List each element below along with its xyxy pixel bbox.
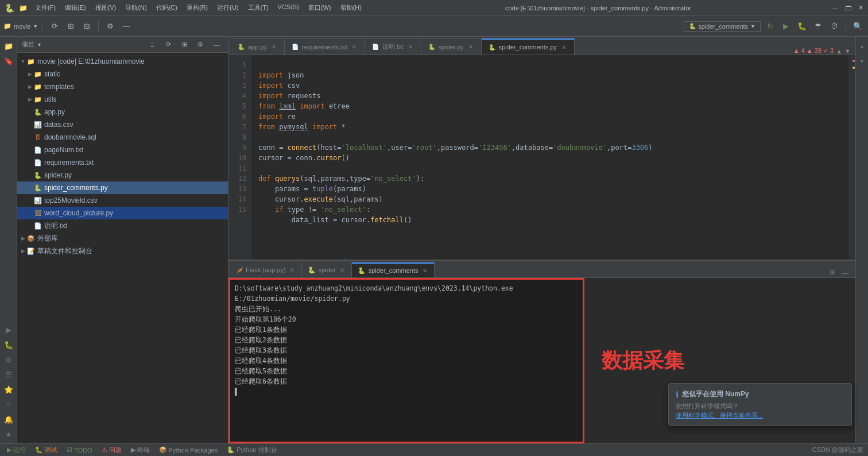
sync-files-icon[interactable]: ⟳ [161, 38, 175, 52]
tree-item-utils[interactable]: ▶ 📁 utils [17, 93, 228, 106]
maximize-button[interactable]: 🗖 [845, 5, 851, 11]
menu-window[interactable]: 窗口(W) [305, 2, 334, 13]
debug-button[interactable]: 🐛 [795, 20, 809, 33]
tab-readme-close[interactable]: ✕ [407, 43, 414, 51]
run-config-selector[interactable]: 🐍 spider_comments ▼ [684, 21, 761, 32]
window-controls: — 🗖 ✕ [832, 4, 863, 11]
project-selector[interactable]: 📁 movie ▼ [3, 22, 38, 30]
python-console-item[interactable]: 🐍 Python 控制台 [224, 446, 279, 454]
menu-file[interactable]: 文件(F) [32, 2, 59, 13]
tree-item-top25[interactable]: 📊 top25Movield.csv [17, 194, 228, 207]
coverage-button[interactable]: ☂ [811, 20, 825, 33]
tab-spider-comments-run[interactable]: 🐍 spider_comments ✕ [352, 262, 435, 277]
spider-comments-run-label: spider_comments [369, 267, 418, 274]
menu-help[interactable]: 帮助(H) [338, 2, 365, 13]
tab-app-py[interactable]: 🐍 app.py ✕ [231, 38, 285, 55]
tab-spider-comments-close[interactable]: ✕ [560, 44, 567, 51]
tree-item-templates[interactable]: ▶ 📁 templates [17, 80, 228, 93]
tree-item-spider[interactable]: 🐍 spider.py [17, 169, 228, 181]
code-content[interactable]: import json import csv import requests f… [251, 55, 855, 260]
tree-item-pagenum[interactable]: 📄 pageNum.txt [17, 144, 228, 156]
sql-icon: 🗄 [33, 133, 42, 142]
tab-spider[interactable]: 🐍 spider.py ✕ [421, 38, 482, 55]
tab-requirements[interactable]: 📄 requirements.txt ✕ [285, 38, 365, 55]
tree-item-requirements[interactable]: 📄 requirements.txt [17, 156, 228, 169]
menu-tools[interactable]: 工具(T) [245, 2, 272, 13]
python-packages-item[interactable]: 📦 Python Packages [157, 446, 220, 454]
problems-status-item[interactable]: ⚠ 问题 [99, 446, 124, 454]
csdn-label: CSDN @源码之家 [812, 446, 863, 454]
structure-icon[interactable]: ☰ [2, 368, 16, 381]
tab-spider-close[interactable]: ✕ [467, 43, 474, 51]
tree-item-app-py[interactable]: 🐍 app.py [17, 106, 228, 118]
templates-folder-icon: 📁 [33, 82, 42, 91]
favorites-icon[interactable]: ⭐ [2, 382, 16, 396]
tab-readme-icon: 📄 [372, 44, 379, 50]
tree-item-readme[interactable]: 📄 说明.txt [17, 219, 228, 232]
settings-gear-icon[interactable]: ⚙ [827, 268, 838, 277]
menu-nav[interactable]: 导航(N) [122, 2, 149, 13]
tree-item-sql[interactable]: 🗄 doubanmovie.sql [17, 131, 228, 144]
menu-view[interactable]: 视图(V) [92, 2, 119, 13]
run-config-icon: 🐍 [689, 23, 696, 29]
terminal-content[interactable]: D:\software\study_anzhuang2\miniconda\an… [230, 280, 583, 442]
minimize-button[interactable]: — [832, 5, 838, 11]
refresh-button[interactable]: ↻ [763, 20, 777, 33]
tab-req-close[interactable]: ✕ [351, 43, 358, 51]
minimize-panel-icon[interactable]: — [840, 268, 851, 277]
tab-app-py-close[interactable]: ✕ [270, 43, 277, 51]
tree-item-wordcloud[interactable]: 🖼 word_cloud_picture.py [17, 207, 228, 219]
editor-tab-bar: 🐍 app.py ✕ 📄 requirements.txt ✕ 📄 说明.txt… [228, 37, 855, 55]
close-button[interactable]: ✕ [858, 4, 863, 11]
menu-code[interactable]: 代码(C) [153, 2, 180, 13]
menu-refactor[interactable]: 重构(R) [184, 2, 211, 13]
spider-comments-run-close[interactable]: ✕ [421, 267, 428, 275]
run-status-item[interactable]: ▶ 运行 [5, 446, 28, 454]
todo-status-item[interactable]: ☑ TODO [64, 446, 95, 454]
tab-readme[interactable]: 📄 说明.txt ✕ [365, 38, 421, 55]
star-icon[interactable]: ★ [2, 427, 16, 441]
project-view-icon[interactable]: 📁 [2, 39, 16, 53]
tab-spider-comments[interactable]: 🐍 spider_comments.py ✕ [482, 38, 575, 55]
filter-files-icon[interactable]: ⊞ [177, 38, 191, 52]
tab-flask[interactable]: 🌶 Flask (app.py) ✕ [231, 262, 302, 277]
notification-link[interactable]: 使用科学模式、保持当前布局... [676, 412, 763, 419]
git-icon[interactable]: ⑂ [2, 397, 16, 411]
menu-run[interactable]: 运行(U) [214, 2, 241, 13]
flask-icon: 🌶 [237, 266, 243, 273]
tree-item-scratch[interactable]: ▶ 📝 草稿文件和控制台 [17, 245, 228, 257]
menu-edit[interactable]: 编辑(E) [62, 2, 89, 13]
play-button[interactable]: ▶ [779, 20, 793, 33]
tree-item-external-libs[interactable]: ▶ 📦 外部库 [17, 232, 228, 245]
minus-button[interactable]: — [119, 20, 133, 33]
layout-button[interactable]: ⊞ [64, 20, 78, 33]
tree-item-spider-comments[interactable]: 🐍 spider_comments.py [17, 181, 228, 194]
debug-tool-icon[interactable]: 🐛 [2, 338, 16, 351]
collapse-all-icon[interactable]: ≡ [145, 38, 159, 52]
right-icon-2[interactable]: ▼ [857, 54, 867, 68]
spider-run-close[interactable]: ✕ [339, 266, 346, 274]
profile-button[interactable]: ⏱ [827, 20, 841, 33]
split-button[interactable]: ⊟ [80, 20, 94, 33]
right-icon-1[interactable]: ▲ [857, 39, 867, 53]
collapse-editor-icon[interactable]: ▼ [844, 48, 851, 55]
close-tree-icon[interactable]: — [210, 38, 223, 52]
expand-icon[interactable]: ▲ [836, 48, 842, 55]
search-everywhere-button[interactable]: 🔍 [851, 20, 865, 33]
terminal-status-item[interactable]: ▶ 终端 [129, 446, 152, 454]
notifications-icon[interactable]: 🔔 [2, 412, 16, 426]
tree-root[interactable]: ▼ 📁 movie [code] E:\01zhuomian\movie [17, 55, 228, 68]
sync-button[interactable]: ⟳ [48, 20, 61, 33]
bookmarks-icon[interactable]: 🔖 [2, 54, 16, 68]
services-icon[interactable]: ⚙ [2, 353, 16, 366]
debug-status-item[interactable]: 🐛 调试 [33, 446, 60, 454]
tab-spider-run[interactable]: 🐍 spider ✕ [302, 262, 352, 277]
menu-vcs[interactable]: VCS(S) [275, 2, 302, 13]
tree-item-static[interactable]: ▶ 📁 static [17, 68, 228, 80]
terminal-command: D:\software\study_anzhuang2\miniconda\an… [235, 283, 578, 304]
flask-tab-close[interactable]: ✕ [289, 266, 296, 274]
tree-item-datas-csv[interactable]: 📊 datas.csv [17, 118, 228, 131]
run-tool-icon[interactable]: ▶ [2, 323, 16, 337]
more-options-icon[interactable]: ⚙ [193, 38, 207, 52]
settings-button[interactable]: ⚙ [103, 20, 117, 33]
